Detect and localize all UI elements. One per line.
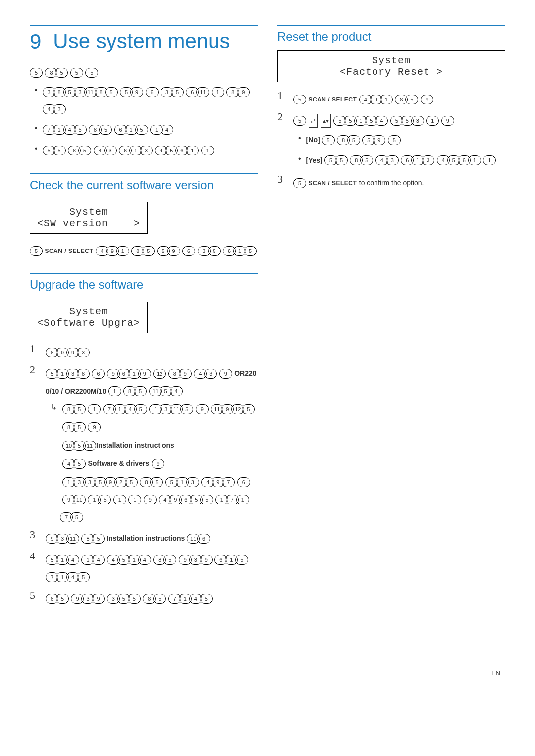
intro-block: 5 85 5 5 •38531185 59 6 35 611 1 89 43•7…	[30, 63, 258, 159]
chapter-title: Use system menus	[53, 30, 230, 52]
lcd-sw-version: System <SW version >	[30, 202, 148, 234]
scan-select-label: SCAN / SELECT	[308, 179, 357, 186]
reset-step-3: 3 5 SCAN / SELECT to confirm the option.	[277, 173, 505, 192]
lcd-factory-reset: System <Factory Reset >	[277, 50, 505, 82]
upgrade-step: 25138 6 9619 12 89 43 9 OR2200/10 / OR22…	[30, 363, 258, 526]
intro-line: 5 85 5 5	[30, 63, 258, 81]
intro-bullet: •55 85 43 613 4561 1	[35, 140, 258, 159]
upgrade-step: 18993	[30, 342, 258, 361]
reset-option: •[No] 5 85 59 5	[298, 130, 505, 149]
chapter-heading: 9 Use system menus	[30, 30, 258, 53]
page-footer: EN	[30, 669, 505, 677]
reset-step-2: 2 5 ⇄ ▴▾ 55154 553 1 9 •[No] 5 85 59 5•[…	[277, 110, 505, 171]
rule	[277, 25, 505, 26]
intro-bullet: •7145 85 615 14	[35, 120, 258, 139]
reset-step-1: 1 5 SCAN / SELECT 491 85 9	[277, 89, 505, 108]
lcd-software-upgrade: System <Software Upgra>	[30, 302, 148, 333]
rule	[30, 173, 258, 174]
upgrade-step: 39311 85 Installation instructions 116	[30, 528, 258, 548]
scan-select-label: SCAN / SELECT	[45, 248, 93, 254]
rule	[30, 25, 258, 26]
scan-select-label: SCAN / SELECT	[308, 96, 357, 103]
check-title: Check the current software version	[30, 178, 258, 192]
nav-icon: ⇄	[309, 114, 318, 128]
upgrade-step: 4514 14 4514 85 939 615 7145	[30, 550, 258, 586]
check-instruction: 5 SCAN / SELECT 491 85 59 6 35 615	[30, 242, 258, 259]
rule	[30, 273, 258, 274]
reset-option: •[Yes] 55 85 43 613 4561 1	[298, 151, 505, 170]
upgrade-title: Upgrade the software	[30, 278, 258, 292]
nav-icon: ▴▾	[321, 114, 331, 128]
upgrade-step: 585 939 355 85 7145	[30, 589, 258, 608]
chapter-number: 9	[30, 30, 41, 53]
reset-title: Reset the product	[277, 30, 505, 44]
intro-bullet: •38531185 59 6 35 611 1 89 43	[35, 82, 258, 118]
